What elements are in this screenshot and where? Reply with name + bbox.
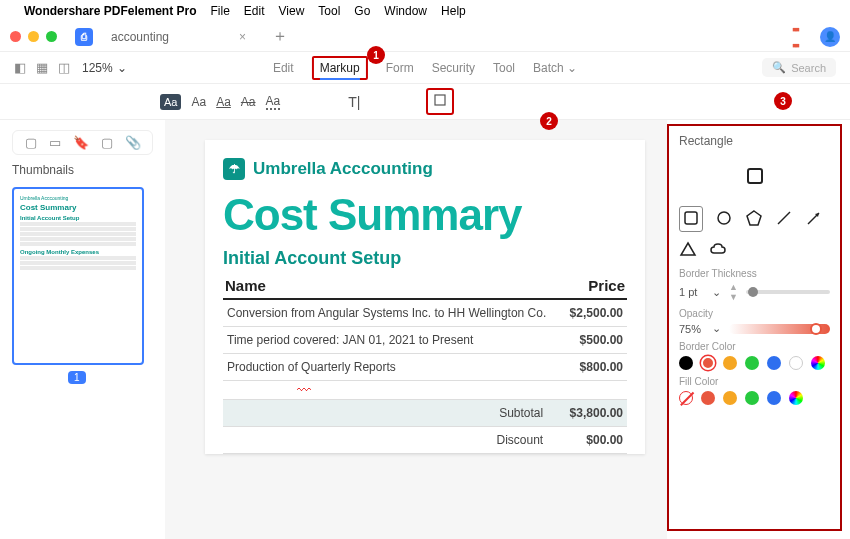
- swatch-red-selected[interactable]: [701, 356, 715, 370]
- svg-text:T: T: [379, 110, 384, 119]
- sidebar-toggle-icon[interactable]: ◧: [14, 60, 26, 75]
- shape-triangle-icon[interactable]: [679, 240, 697, 260]
- tab-tool[interactable]: Tool: [493, 61, 515, 75]
- thickness-stepper-icon[interactable]: ▲▼: [729, 282, 738, 302]
- callout-2: 2: [540, 112, 558, 130]
- border-thickness-label: Border Thickness: [679, 268, 830, 279]
- close-tab-icon[interactable]: ×: [239, 30, 246, 44]
- svg-rect-4: [404, 109, 416, 119]
- traffic-lights[interactable]: [10, 31, 57, 42]
- two-page-icon[interactable]: ◫: [58, 60, 70, 75]
- swatch-red[interactable]: [701, 391, 715, 405]
- svg-marker-16: [681, 243, 695, 255]
- thumbnails-tab-icon[interactable]: ▢: [25, 135, 37, 150]
- tab-edit[interactable]: Edit: [273, 61, 294, 75]
- tab-markup[interactable]: Markup: [312, 56, 368, 80]
- swatch-blue[interactable]: [767, 391, 781, 405]
- border-thickness-value: 1 pt: [679, 286, 697, 298]
- swatch-green[interactable]: [745, 391, 759, 405]
- app-name[interactable]: Wondershare PDFelement Pro: [24, 4, 197, 18]
- zoom-dropdown[interactable]: 125% ⌄: [82, 61, 127, 75]
- tab-security[interactable]: Security: [432, 61, 475, 75]
- bookmarks-tab-icon[interactable]: 🔖: [73, 135, 89, 150]
- shape-cloud-icon[interactable]: [709, 240, 727, 260]
- opacity-slider[interactable]: [729, 324, 830, 334]
- company-name: Umbrella Acccounting: [253, 159, 433, 179]
- mac-menubar: Wondershare PDFelement Pro File Edit Vie…: [0, 0, 850, 22]
- text-tool-underline-icon[interactable]: Aa: [216, 95, 231, 109]
- sidebar-tabs: ▢ ▭ 🔖 ▢ 📎: [12, 130, 153, 155]
- drawing-tools-group: T| T T: [310, 88, 520, 115]
- menu-edit[interactable]: Edit: [244, 4, 265, 18]
- slider-knob[interactable]: [748, 287, 758, 297]
- menu-window[interactable]: Window: [384, 4, 427, 18]
- swatch-orange[interactable]: [723, 391, 737, 405]
- menu-view[interactable]: View: [279, 4, 305, 18]
- swatch-none[interactable]: [679, 391, 693, 405]
- cost-table: Name Price Conversion from Angular Syste…: [223, 273, 627, 454]
- opacity-value: 75%: [679, 323, 701, 335]
- new-tab-button[interactable]: ＋: [272, 26, 288, 47]
- maximize-window-icon[interactable]: [46, 31, 57, 42]
- pdf-page: ☂ Umbrella Acccounting Cost Summary Init…: [205, 140, 645, 454]
- opacity-dropdown[interactable]: 75% ⌄: [679, 322, 721, 335]
- close-window-icon[interactable]: [10, 31, 21, 42]
- swatch-black[interactable]: [679, 356, 693, 370]
- markup-toolbar: Aa Aa Aa Aa Aa T| T T: [0, 84, 850, 120]
- opacity-control: 75% ⌄: [679, 322, 830, 335]
- table-row: 〰: [223, 381, 627, 400]
- svg-point-6: [487, 109, 493, 115]
- menu-help[interactable]: Help: [441, 4, 466, 18]
- slider-knob[interactable]: [810, 323, 822, 335]
- company-brand: ☂ Umbrella Acccounting: [223, 158, 627, 180]
- shape-arrow-icon[interactable]: [805, 209, 823, 229]
- minimize-window-icon[interactable]: [28, 31, 39, 42]
- shape-tool-button[interactable]: [426, 88, 454, 115]
- comments-tab-icon[interactable]: ▭: [49, 135, 61, 150]
- layers-tab-icon[interactable]: ▢: [101, 135, 113, 150]
- highlight-tool-icon[interactable]: Aa: [160, 94, 181, 110]
- swatch-orange[interactable]: [723, 356, 737, 370]
- menu-tool[interactable]: Tool: [318, 4, 340, 18]
- table-row: Time period covered: JAN 01, 2021 to Pre…: [223, 327, 627, 354]
- color-wheel-icon[interactable]: [789, 391, 803, 405]
- callout-3: 3: [774, 92, 792, 110]
- menu-go[interactable]: Go: [354, 4, 370, 18]
- grid-view-icon[interactable]: ▦: [36, 60, 48, 75]
- chevron-down-icon: ⌄: [567, 61, 577, 75]
- document-canvas[interactable]: ☂ Umbrella Acccounting Cost Summary Init…: [165, 120, 667, 539]
- apps-grid-icon[interactable]: ▪▪▪▪: [792, 21, 798, 53]
- border-thickness-dropdown[interactable]: 1 pt ⌄: [679, 286, 721, 299]
- shape-pentagon-icon[interactable]: [745, 209, 763, 229]
- text-tool-normal-icon[interactable]: Aa: [191, 95, 206, 109]
- attachments-tab-icon[interactable]: 📎: [125, 135, 141, 150]
- tab-form[interactable]: Form: [386, 61, 414, 75]
- cell-name: Conversion from Angular Systems Inc. to …: [223, 299, 563, 327]
- border-thickness-slider[interactable]: [746, 290, 830, 294]
- svg-rect-5: [435, 95, 445, 105]
- text-tool-strike-icon[interactable]: Aa: [241, 95, 256, 109]
- tab-batch[interactable]: Batch ⌄: [533, 61, 577, 75]
- swatch-white[interactable]: [789, 356, 803, 370]
- shape-circle-icon[interactable]: [715, 209, 733, 229]
- color-wheel-icon[interactable]: [811, 356, 825, 370]
- search-field[interactable]: 🔍 Search: [762, 58, 836, 77]
- svg-point-11: [718, 212, 730, 224]
- shape-rectangle-icon[interactable]: [679, 206, 703, 232]
- page-thumbnail[interactable]: Umbrella Acccounting Cost Summary Initia…: [12, 187, 144, 365]
- swatch-green[interactable]: [745, 356, 759, 370]
- shape-line-icon[interactable]: [775, 209, 793, 229]
- document-title: Cost Summary: [223, 190, 627, 240]
- user-avatar-icon[interactable]: 👤: [820, 27, 840, 47]
- cell-name: Production of Quarterly Reports: [223, 354, 563, 381]
- section-heading: Initial Account Setup: [223, 248, 627, 269]
- tab-title: accounting: [111, 30, 169, 44]
- textbox-tool-icon[interactable]: T|: [348, 94, 360, 110]
- text-tool-squiggle-icon[interactable]: Aa: [266, 94, 281, 110]
- chevron-down-icon: ⌄: [712, 286, 721, 299]
- table-row: Conversion from Angular Systems Inc. to …: [223, 299, 627, 327]
- swatch-blue[interactable]: [767, 356, 781, 370]
- document-tab[interactable]: accounting ×: [103, 26, 254, 48]
- menu-file[interactable]: File: [211, 4, 230, 18]
- squiggle-annotation[interactable]: 〰: [297, 387, 559, 393]
